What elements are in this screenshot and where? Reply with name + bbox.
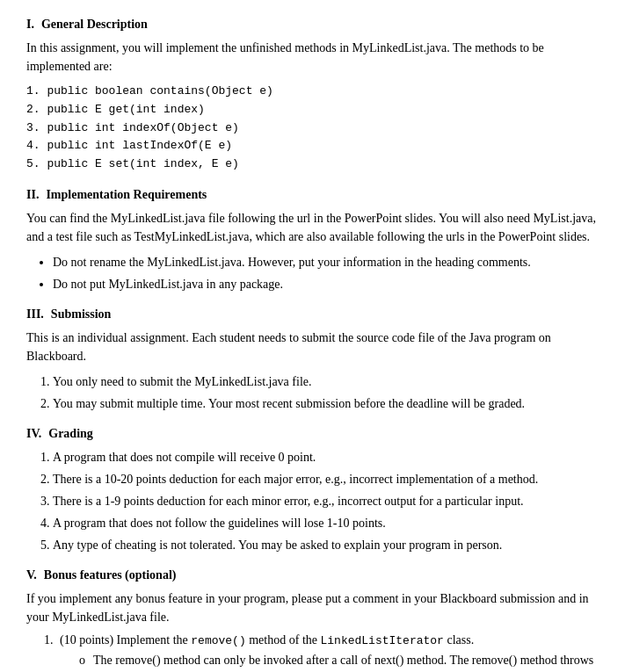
linkedlistiterator-class-code: LinkedListIterator [321, 634, 444, 647]
grading-item-4: A program that does not follow the guide… [53, 514, 599, 532]
section-grading: IV. Grading A program that does not comp… [26, 427, 599, 554]
bonus-sub-item-1: The remove() method can only be invoked … [79, 651, 599, 672]
bullet-1: Do not rename the MyLinkedList.java. How… [53, 253, 599, 271]
section-4-number: IV. [26, 427, 41, 441]
grading-item-1: A program that does not compile will rec… [53, 448, 599, 466]
section-1-header: I. General Description [26, 18, 599, 32]
grading-item-3: There is a 1-9 points deduction for each… [53, 492, 599, 510]
section-bonus: V. Bonus features (optional) If you impl… [26, 568, 599, 672]
section-3-title: Submission [51, 307, 111, 322]
section-2-header: II. Implementation Requirements [26, 188, 599, 202]
bullet-2: Do not put MyLinkedList.java in any pack… [53, 275, 599, 293]
code-line-4: 4. public int lastIndexOf(E e) [26, 137, 599, 155]
bonus-item-1-number: 1. [44, 633, 54, 647]
section-2-title: Implementation Requirements [46, 188, 207, 202]
section-submission: III. Submission This is an individual as… [26, 307, 599, 413]
section-5-para: If you implement any bonus feature in yo… [26, 589, 599, 626]
section-5-number: V. [26, 568, 37, 582]
section-4-header: IV. Grading [26, 427, 599, 441]
section-4-title: Grading [48, 427, 93, 441]
grading-item-5: Any type of cheating is not tolerated. Y… [53, 536, 599, 554]
section-3-header: III. Submission [26, 307, 599, 322]
section-1-intro: In this assignment, you will implement t… [26, 39, 599, 76]
grading-item-2: There is a 10-20 points deduction for ea… [53, 470, 599, 488]
code-line-3: 3. public int indexOf(Object e) [26, 119, 599, 138]
code-line-1: 1. public boolean contains(Object e) [26, 83, 599, 101]
submission-item-1: You only need to submit the MyLinkedList… [53, 372, 599, 391]
section-5-title: Bonus features (optional) [44, 568, 177, 582]
bonus-sub-list: The remove() method can only be invoked … [79, 651, 599, 672]
section-2-para: You can find the MyLinkedList.java file … [26, 209, 599, 246]
code-line-2: 2. public E get(int index) [26, 101, 599, 119]
section-implementation-requirements: II. Implementation Requirements You can … [26, 188, 599, 293]
section-general-description: I. General Description In this assignmen… [26, 18, 599, 174]
bonus-item-1: 1. (10 points) Implement the remove() me… [44, 633, 599, 672]
grading-list: A program that does not compile will rec… [53, 448, 599, 554]
remove-method-code: remove() [191, 634, 245, 647]
method-list-code: 1. public boolean contains(Object e) 2. … [26, 83, 599, 174]
section-1-number: I. [26, 18, 34, 32]
section-2-bullets: Do not rename the MyLinkedList.java. How… [53, 253, 599, 293]
bonus-item-1-text: (10 points) Implement the remove() metho… [60, 633, 474, 647]
code-line-5: 5. public E set(int index, E e) [26, 155, 599, 174]
submission-list: You only need to submit the MyLinkedList… [53, 372, 599, 413]
section-2-number: II. [26, 188, 39, 202]
section-1-title: General Description [41, 18, 148, 32]
section-3-number: III. [26, 307, 44, 322]
section-3-para: This is an individual assignment. Each s… [26, 329, 599, 365]
section-5-header: V. Bonus features (optional) [26, 568, 599, 582]
submission-item-2: You may submit multiple time. Your most … [53, 394, 599, 413]
